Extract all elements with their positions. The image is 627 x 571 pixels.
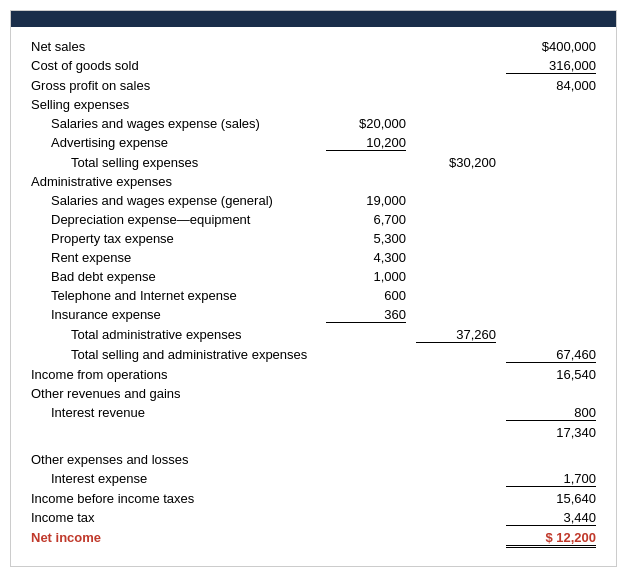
- rent-expense-col1: 4,300: [326, 250, 416, 265]
- interest-expense: Interest expense1,700: [31, 469, 596, 489]
- property-tax-expense: Property tax expense5,300: [31, 229, 596, 248]
- income-before-taxes: Income before income taxes15,640: [31, 489, 596, 508]
- income-statement: Net sales$400,000Cost of goods sold316,0…: [10, 10, 617, 567]
- selling-expenses-header: Selling expenses: [31, 95, 596, 114]
- bad-debt-expense-col1: 1,000: [326, 269, 416, 284]
- telephone-internet-expense-col1: 600: [326, 288, 416, 303]
- cost-of-goods-sold: Cost of goods sold316,000: [31, 56, 596, 76]
- spacer: [31, 442, 596, 450]
- salaries-wages-general-col1: 19,000: [326, 193, 416, 208]
- income-before-taxes-label: Income before income taxes: [31, 491, 326, 506]
- income-tax-label: Income tax: [31, 510, 326, 525]
- insurance-expense-col1: 360: [326, 307, 416, 323]
- net-sales: Net sales$400,000: [31, 37, 596, 56]
- bad-debt-expense: Bad debt expense1,000: [31, 267, 596, 286]
- telephone-internet-expense-label: Telephone and Internet expense: [31, 288, 326, 303]
- insurance-expense: Insurance expense360: [31, 305, 596, 325]
- net-sales-label: Net sales: [31, 39, 326, 54]
- cost-of-goods-sold-label: Cost of goods sold: [31, 58, 326, 73]
- telephone-internet-expense: Telephone and Internet expense600: [31, 286, 596, 305]
- income-tax-col3: 3,440: [506, 510, 596, 526]
- gross-profit-col3: 84,000: [506, 78, 596, 93]
- interest-expense-col3: 1,700: [506, 471, 596, 487]
- income-from-operations: Income from operations16,540: [31, 365, 596, 384]
- salaries-wages-general: Salaries and wages expense (general)19,0…: [31, 191, 596, 210]
- property-tax-expense-col1: 5,300: [326, 231, 416, 246]
- income-tax: Income tax3,440: [31, 508, 596, 528]
- advertising-expense-col1: 10,200: [326, 135, 416, 151]
- total-selling-expenses-col2: $30,200: [416, 155, 506, 170]
- net-income: Net income$ 12,200: [31, 528, 596, 550]
- property-tax-expense-label: Property tax expense: [31, 231, 326, 246]
- cost-of-goods-sold-col3: 316,000: [506, 58, 596, 74]
- total-selling-admin-expenses: Total selling and administrative expense…: [31, 345, 596, 365]
- rent-expense: Rent expense4,300: [31, 248, 596, 267]
- salaries-wages-sales-col1: $20,000: [326, 116, 416, 131]
- depreciation-expense: Depreciation expense—equipment6,700: [31, 210, 596, 229]
- net-sales-col3: $400,000: [506, 39, 596, 54]
- salaries-wages-sales-label: Salaries and wages expense (sales): [31, 116, 326, 131]
- total-selling-expenses-label: Total selling expenses: [31, 155, 326, 170]
- selling-expenses-header-label: Selling expenses: [31, 97, 326, 112]
- advertising-expense-label: Advertising expense: [31, 135, 326, 150]
- rent-expense-label: Rent expense: [31, 250, 326, 265]
- other-revenues-gains-header: Other revenues and gains: [31, 384, 596, 403]
- net-income-col3: $ 12,200: [506, 530, 596, 548]
- salaries-wages-sales: Salaries and wages expense (sales)$20,00…: [31, 114, 596, 133]
- interest-revenue-label: Interest revenue: [31, 405, 326, 420]
- total-selling-admin-expenses-col3: 67,460: [506, 347, 596, 363]
- total-selling-expenses: Total selling expenses$30,200: [31, 153, 596, 172]
- gross-profit-label: Gross profit on sales: [31, 78, 326, 93]
- advertising-expense: Advertising expense10,200: [31, 133, 596, 153]
- admin-expenses-header-label: Administrative expenses: [31, 174, 326, 189]
- income-from-operations-col3: 16,540: [506, 367, 596, 382]
- other-expenses-losses-header: Other expenses and losses: [31, 450, 596, 469]
- interest-revenue-col3: 800: [506, 405, 596, 421]
- subtotal-17340: 17,340: [31, 423, 596, 442]
- interest-revenue: Interest revenue800: [31, 403, 596, 423]
- bad-debt-expense-label: Bad debt expense: [31, 269, 326, 284]
- total-selling-admin-expenses-label: Total selling and administrative expense…: [31, 347, 326, 362]
- statement-content: Net sales$400,000Cost of goods sold316,0…: [11, 27, 616, 566]
- subtotal-17340-col3: 17,340: [506, 425, 596, 440]
- other-revenues-gains-header-label: Other revenues and gains: [31, 386, 326, 401]
- total-admin-expenses-col2: 37,260: [416, 327, 506, 343]
- interest-expense-label: Interest expense: [31, 471, 326, 486]
- net-income-label: Net income: [31, 530, 326, 545]
- insurance-expense-label: Insurance expense: [31, 307, 326, 322]
- total-admin-expenses: Total administrative expenses37,260: [31, 325, 596, 345]
- gross-profit: Gross profit on sales84,000: [31, 76, 596, 95]
- income-from-operations-label: Income from operations: [31, 367, 326, 382]
- depreciation-expense-col1: 6,700: [326, 212, 416, 227]
- other-expenses-losses-header-label: Other expenses and losses: [31, 452, 326, 467]
- statement-header: [11, 11, 616, 27]
- admin-expenses-header: Administrative expenses: [31, 172, 596, 191]
- total-admin-expenses-label: Total administrative expenses: [31, 327, 326, 342]
- income-before-taxes-col3: 15,640: [506, 491, 596, 506]
- salaries-wages-general-label: Salaries and wages expense (general): [31, 193, 326, 208]
- depreciation-expense-label: Depreciation expense—equipment: [31, 212, 326, 227]
